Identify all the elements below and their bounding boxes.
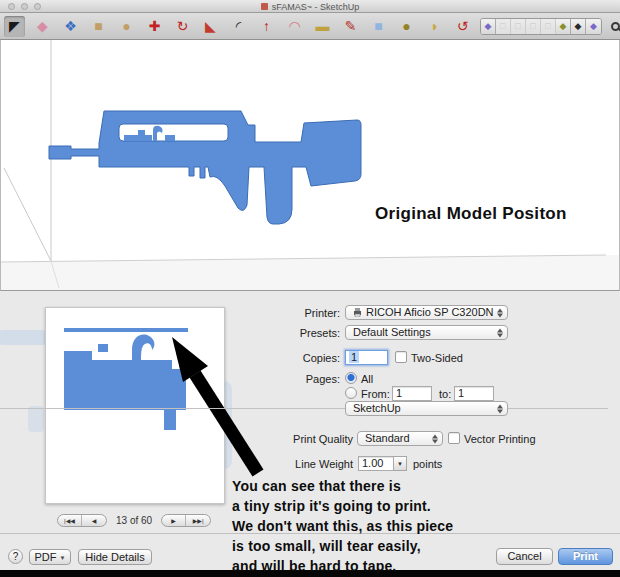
right-view-icon[interactable]: □ bbox=[526, 19, 541, 34]
two-sided-label: Two-Sided bbox=[411, 352, 463, 364]
printer-icon bbox=[353, 308, 362, 317]
copies-value: 1 bbox=[349, 351, 359, 363]
annotation-line: a tiny strip it's going to print. bbox=[232, 496, 453, 516]
orbit-tool-icon[interactable]: ↺ bbox=[452, 16, 473, 37]
next-page-button[interactable]: ▶ bbox=[162, 515, 186, 527]
front-view-icon[interactable]: □ bbox=[511, 19, 526, 34]
toolbar: ◤◆❖■●✚↻◣◜↑◠▬✎■●◗↺ ◆□□□□◆◆◆ ▤ » bbox=[0, 13, 620, 40]
document-icon bbox=[261, 3, 268, 10]
two-sided-checkbox[interactable] bbox=[395, 351, 407, 363]
title-bar[interactable]: sFAMAS~ - SketchUp bbox=[0, 0, 620, 13]
preview-pagination: |◀◀◀ 13 of 60 ▶▶▶| bbox=[57, 514, 211, 527]
annotation-text: You can see that there isa tiny strip it… bbox=[232, 476, 453, 576]
circle-tool-icon[interactable]: ● bbox=[116, 16, 137, 37]
tool-group: ◤◆❖■●✚↻◣◜↑◠▬✎■●◗↺ bbox=[4, 16, 480, 37]
pages-to-label: to: bbox=[439, 388, 451, 400]
rectangle-tool-icon[interactable]: ■ bbox=[88, 16, 109, 37]
first-page-button[interactable]: |◀◀ bbox=[58, 515, 82, 527]
pages-from-radio[interactable] bbox=[345, 387, 357, 399]
famas-model-scene[interactable] bbox=[1, 40, 619, 290]
print-quality-value: Standard bbox=[365, 432, 410, 444]
from-page-field[interactable]: 1 bbox=[392, 386, 432, 401]
help-button[interactable]: ? bbox=[8, 549, 23, 564]
line-weight-dropdown-button[interactable]: ▼ bbox=[394, 456, 407, 471]
hidden-style-icon[interactable]: ◆ bbox=[571, 19, 586, 34]
popup-arrows-icon bbox=[432, 434, 438, 443]
hide-details-button[interactable]: Hide Details bbox=[78, 549, 152, 565]
watermark-shape bbox=[28, 406, 44, 432]
sketchup-window: sFAMAS~ - SketchUp ◤◆❖■●✚↻◣◜↑◠▬✎■●◗↺ ◆□□… bbox=[0, 0, 620, 577]
from-page-value: 1 bbox=[396, 387, 402, 399]
presets-value: Default Settings bbox=[353, 326, 431, 338]
annotation-line: You can see that there is bbox=[232, 476, 453, 496]
copies-label: Copies: bbox=[240, 352, 340, 364]
to-page-value: 1 bbox=[458, 387, 464, 399]
annotation-arrow bbox=[148, 323, 272, 479]
line-weight-field[interactable]: 1.00 bbox=[358, 456, 394, 471]
chevron-down-icon: ▼ bbox=[60, 555, 66, 561]
print-quality-popup[interactable]: Standard bbox=[357, 431, 443, 446]
offset-tool-icon[interactable]: ◠ bbox=[284, 16, 305, 37]
app-section-popup[interactable]: SketchUp bbox=[345, 401, 508, 416]
pencil-tool-icon[interactable]: ✎ bbox=[340, 16, 361, 37]
eraser-tool-icon[interactable]: ◆ bbox=[32, 16, 53, 37]
section-separator bbox=[0, 408, 608, 409]
popup-arrows-icon bbox=[497, 404, 503, 413]
vector-printing-label: Vector Printing bbox=[464, 433, 536, 445]
iso-view-icon[interactable]: ◆ bbox=[481, 19, 496, 34]
pages-all-radio[interactable] bbox=[345, 372, 357, 384]
app-section-value: SketchUp bbox=[353, 402, 401, 414]
pdf-menu-button[interactable]: PDF ▼ bbox=[29, 549, 71, 565]
print-button[interactable]: Print bbox=[558, 548, 613, 565]
pages-from-label: From: bbox=[361, 388, 390, 400]
top-view-icon[interactable]: □ bbox=[496, 19, 511, 34]
toolbar-right-cluster: ◆□□□□◆◆◆ ▤ » bbox=[480, 18, 620, 35]
section-tool-icon[interactable]: ■ bbox=[368, 16, 389, 37]
back-view-icon[interactable]: □ bbox=[541, 19, 556, 34]
model-caption: Original Model Positon bbox=[375, 204, 567, 224]
model-viewport[interactable]: Original Model Positon bbox=[0, 40, 620, 291]
watermark-shape bbox=[0, 330, 45, 345]
window-title-area: sFAMAS~ - SketchUp bbox=[0, 0, 620, 13]
pushpull-tool-icon[interactable]: ↑ bbox=[256, 16, 277, 37]
annotation-line: We don't want this, as this piece bbox=[232, 516, 453, 536]
move-tool-icon[interactable]: ✚ bbox=[144, 16, 165, 37]
previous-page-button[interactable]: ◀ bbox=[82, 515, 106, 527]
vector-printing-checkbox[interactable] bbox=[448, 432, 460, 444]
shaded-style-icon[interactable]: ◆ bbox=[556, 19, 571, 34]
page-status: 13 of 60 bbox=[113, 515, 155, 526]
pages-label: Pages: bbox=[240, 373, 340, 385]
component-tool-icon[interactable]: ❖ bbox=[60, 16, 81, 37]
window-title: sFAMAS~ - SketchUp bbox=[272, 2, 359, 12]
nav-forward-group: ▶▶▶| bbox=[161, 514, 211, 527]
last-page-button[interactable]: ▶▶| bbox=[186, 515, 210, 527]
print-dialog: |◀◀◀ 13 of 60 ▶▶▶| Printer: RICOH Aficio… bbox=[0, 291, 620, 570]
copies-field[interactable]: 1 bbox=[345, 350, 388, 365]
famas-silhouette bbox=[49, 111, 361, 224]
line-weight-unit: points bbox=[413, 458, 442, 470]
nav-back-group: |◀◀◀ bbox=[57, 514, 107, 527]
pages-all-label: All bbox=[361, 373, 373, 385]
annotation-line: is too small, will tear easily, bbox=[232, 536, 453, 556]
measure-tool-icon[interactable]: ▬ bbox=[312, 16, 333, 37]
line-weight-label: Line Weight bbox=[253, 458, 353, 470]
rotate-tool-icon[interactable]: ↻ bbox=[172, 16, 193, 37]
texture-tool-icon[interactable]: ◗ bbox=[424, 16, 445, 37]
printer-value: RICOH Aficio SP C320DN bbox=[366, 306, 494, 318]
to-page-field[interactable]: 1 bbox=[454, 386, 494, 401]
paint-tool-icon[interactable]: ● bbox=[396, 16, 417, 37]
presets-label: Presets: bbox=[240, 327, 340, 339]
wireframe-style-icon[interactable]: ◆ bbox=[586, 19, 601, 34]
flip-tool-icon[interactable]: ◣ bbox=[200, 16, 221, 37]
line-weight-value: 1.00 bbox=[362, 457, 383, 469]
printer-label: Printer: bbox=[240, 307, 340, 319]
zoom-tool-icon[interactable] bbox=[611, 22, 620, 31]
print-quality-label: Print Quality bbox=[253, 433, 353, 445]
popup-arrows-icon bbox=[497, 328, 503, 337]
arc-tool-icon[interactable]: ◜ bbox=[228, 16, 249, 37]
printer-popup[interactable]: RICOH Aficio SP C320DN bbox=[345, 305, 508, 320]
cancel-button[interactable]: Cancel bbox=[496, 548, 553, 565]
view-segmented-control[interactable]: ◆□□□□◆◆◆ bbox=[480, 18, 602, 35]
select-tool-icon[interactable]: ◤ bbox=[4, 16, 25, 37]
presets-popup[interactable]: Default Settings bbox=[345, 325, 508, 340]
